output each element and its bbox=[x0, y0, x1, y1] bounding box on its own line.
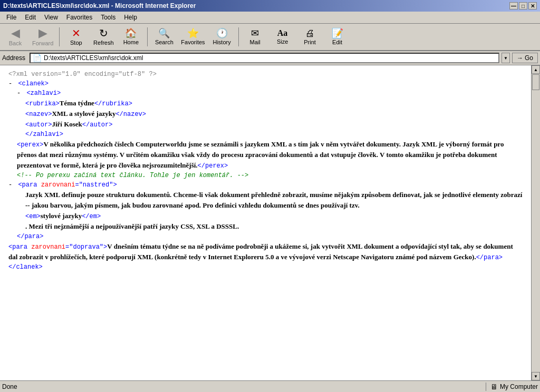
tag-perex-open: <perex> bbox=[17, 141, 43, 149]
menu-edit[interactable]: Edit bbox=[21, 13, 40, 22]
status-text: Done bbox=[2, 383, 484, 390]
mail-button[interactable]: ✉ Mail bbox=[242, 25, 268, 49]
zone-label: My Computer bbox=[500, 383, 538, 390]
scroll-thumb[interactable] bbox=[532, 74, 539, 90]
favorites-button[interactable]: ⭐ Favorites bbox=[178, 25, 207, 49]
forward-button[interactable]: ▶ Forward bbox=[30, 25, 56, 49]
print-button[interactable]: 🖨 Print bbox=[297, 25, 323, 49]
status-bar: Done 🖥 My Computer bbox=[0, 380, 540, 392]
history-label: History bbox=[213, 39, 230, 45]
refresh-icon: ↻ bbox=[99, 28, 108, 38]
close-button[interactable]: ✕ bbox=[528, 2, 537, 9]
scroll-track bbox=[532, 74, 540, 372]
size-label: Size bbox=[277, 38, 288, 45]
minimize-button[interactable]: — bbox=[509, 2, 518, 9]
para-nastred-close: </para> bbox=[17, 232, 523, 241]
maximize-button[interactable]: □ bbox=[519, 2, 527, 9]
para-nastred-text2: . Mezi tři nejznámější a nejpoužívanější… bbox=[25, 221, 523, 232]
attr-zarovnani: zarovnani bbox=[41, 181, 75, 189]
toolbar-sep-2 bbox=[147, 27, 148, 46]
search-label: Search bbox=[155, 39, 173, 45]
back-label: Back bbox=[9, 40, 22, 46]
attrval-nastred: nastred bbox=[83, 181, 109, 189]
edit-button[interactable]: 📝 Edit bbox=[324, 25, 351, 49]
menu-favorites[interactable]: Favorites bbox=[62, 13, 97, 22]
mail-icon: ✉ bbox=[251, 28, 259, 38]
em-text: stylové jazyky bbox=[41, 212, 82, 220]
go-label: Go bbox=[525, 54, 533, 62]
xml-content: <?xml version="1.0" encoding="utf-8" ?> … bbox=[0, 65, 531, 380]
tag-autor-close: </autor> bbox=[82, 121, 113, 129]
clanek-open: - <clanek> bbox=[8, 79, 523, 89]
main-content-area: <?xml version="1.0" encoding="utf-8" ?> … bbox=[0, 65, 540, 380]
menu-view[interactable]: View bbox=[40, 13, 62, 22]
xml-comment-text: <!-- Po perexu začíná text článku. Tohle… bbox=[17, 172, 248, 179]
tag-clanek-open: <clanek> bbox=[18, 80, 49, 87]
address-value[interactable]: D:\texts\ARTICLES\xml\src\dok.xml bbox=[44, 54, 496, 62]
search-button[interactable]: 🔍 Search bbox=[151, 25, 177, 49]
em-line: <em>stylové jazyky</em> bbox=[25, 211, 523, 221]
vertical-scrollbar[interactable]: ▲ ▼ bbox=[531, 65, 540, 380]
para-nastred-open: - <para zarovnani="nastred"> bbox=[8, 180, 523, 190]
nazev-line: <nazev>XML a stylové jazyky</nazev> bbox=[25, 109, 523, 119]
favorites-icon: ⭐ bbox=[187, 28, 199, 38]
menu-tools[interactable]: Tools bbox=[97, 13, 120, 22]
menu-help[interactable]: Help bbox=[120, 13, 141, 22]
stop-button[interactable]: ✕ Stop bbox=[63, 25, 89, 49]
tag-para-doprava-close: </para> bbox=[476, 254, 503, 261]
tag-zahlavi-open: <zahlavi> bbox=[26, 90, 61, 97]
refresh-label: Refresh bbox=[93, 40, 114, 46]
menu-file[interactable]: File bbox=[2, 13, 21, 22]
scroll-up-button[interactable]: ▲ bbox=[532, 65, 540, 74]
toolbar: ◀ Back ▶ Forward ✕ Stop ↻ Refresh 🏠 Home… bbox=[0, 24, 540, 51]
nazev-text: XML a stylové jazyky bbox=[52, 110, 115, 117]
toolbar-sep-1 bbox=[59, 27, 60, 46]
print-icon: 🖨 bbox=[305, 28, 315, 38]
size-icon: Aa bbox=[277, 29, 288, 37]
para-nastred-text: Jazyk XML definuje pouze strukturu dokum… bbox=[25, 191, 522, 209]
autor-line: <autor>Jiří Kosek</autor> bbox=[25, 119, 523, 130]
go-button[interactable]: → Go bbox=[512, 53, 538, 63]
title-bar-buttons: — □ ✕ bbox=[509, 2, 537, 9]
eq2: =" bbox=[65, 243, 73, 251]
status-zone: 🖥 My Computer bbox=[486, 383, 538, 391]
edit-icon: 📝 bbox=[332, 28, 343, 38]
edit-label: Edit bbox=[332, 39, 342, 45]
address-input-wrapper: 📄 D:\texts\ARTICLES\xml\src\dok.xml bbox=[30, 53, 499, 63]
scroll-down-button[interactable]: ▼ bbox=[532, 372, 540, 380]
print-label: Print bbox=[304, 39, 316, 45]
tag-para-close: </para> bbox=[17, 233, 43, 240]
dash-zahlavi: - bbox=[17, 90, 21, 97]
home-button[interactable]: 🏠 Home bbox=[118, 25, 144, 49]
close-bracket1: "> bbox=[109, 181, 117, 189]
home-label: Home bbox=[123, 39, 139, 45]
tag-perex-close: </perex> bbox=[198, 162, 228, 170]
comment-line: <!-- Po perexu začíná text článku. Tohle… bbox=[17, 171, 523, 180]
tag-zahlavi-close: </zahlavi> bbox=[25, 131, 63, 138]
history-button[interactable]: 🕐 History bbox=[209, 25, 235, 49]
tag-em-close: </em> bbox=[82, 213, 101, 220]
tag-rubrika-open: <rubrika> bbox=[25, 100, 60, 107]
refresh-button[interactable]: ↻ Refresh bbox=[90, 25, 117, 49]
tag-rubrika-close: </rubrika> bbox=[94, 100, 132, 107]
window-title: D:\texts\ARTICLES\xml\src\dok.xml - Micr… bbox=[3, 2, 196, 9]
address-page-icon: 📄 bbox=[33, 54, 42, 62]
menu-bar: File Edit View Favorites Tools Help bbox=[0, 12, 540, 24]
xml-pi-text: <?xml version="1.0" encoding="utf-8" ?> bbox=[8, 71, 157, 78]
history-icon: 🕐 bbox=[216, 28, 228, 38]
rubrika-line: <rubrika>Téma týdne</rubrika> bbox=[25, 98, 523, 109]
close-bracket2: "> bbox=[100, 243, 107, 251]
size-button[interactable]: Aa Size bbox=[269, 25, 296, 49]
tag-para-nastred: <para bbox=[18, 181, 41, 189]
rubrika-text: Téma týdne bbox=[60, 99, 94, 107]
search-icon: 🔍 bbox=[158, 28, 170, 38]
dash-clanek: - bbox=[8, 80, 12, 87]
address-dropdown[interactable]: ▼ bbox=[502, 53, 510, 63]
dash-para1: - bbox=[8, 181, 12, 189]
zahlavi-open: - <zahlavi> bbox=[17, 89, 523, 98]
xml-declaration: <?xml version="1.0" encoding="utf-8" ?> bbox=[8, 70, 523, 79]
title-bar: D:\texts\ARTICLES\xml\src\dok.xml - Micr… bbox=[0, 0, 540, 12]
tag-nazev-close: </nazev> bbox=[115, 111, 146, 118]
back-icon: ◀ bbox=[11, 27, 20, 39]
back-button[interactable]: ◀ Back bbox=[2, 25, 28, 49]
